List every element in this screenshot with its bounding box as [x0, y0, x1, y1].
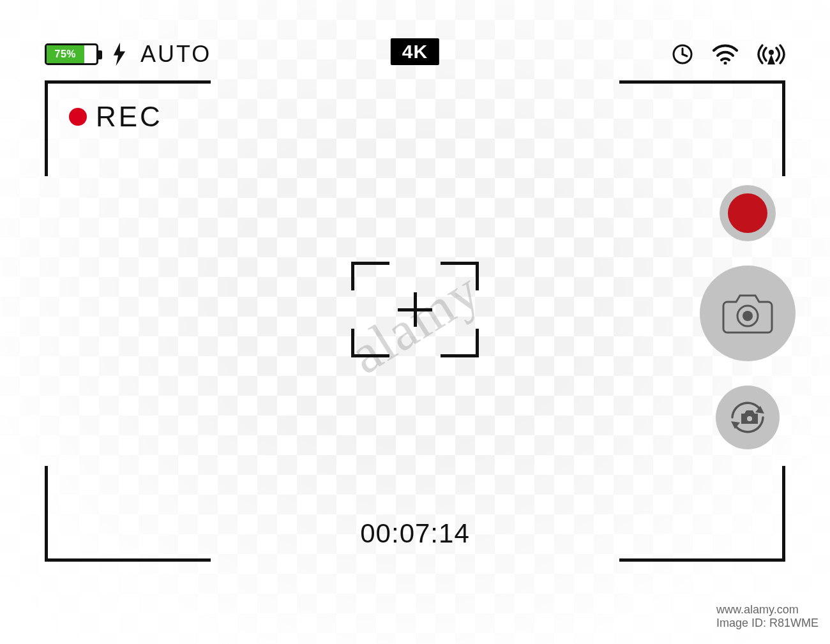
shutter-button[interactable]	[700, 266, 796, 361]
flash-mode-label[interactable]: AUTO	[140, 41, 211, 68]
camera-viewfinder: 75% AUTO 4K	[45, 38, 785, 562]
focus-reticle[interactable]	[351, 262, 479, 357]
svg-point-4	[724, 62, 727, 65]
frame-corner-bl	[45, 466, 211, 562]
record-dot-icon	[728, 193, 767, 233]
recording-label: REC	[96, 101, 163, 133]
svg-point-7	[743, 311, 753, 321]
side-controls	[700, 185, 796, 449]
top-status-bar: 75% AUTO 4K	[45, 38, 785, 70]
resolution-badge[interactable]: 4K	[391, 38, 439, 65]
frame-corner-tr	[619, 80, 785, 176]
record-button[interactable]	[720, 185, 776, 241]
recording-timer: 00:07:14	[360, 518, 470, 549]
svg-point-10	[747, 416, 752, 421]
wifi-icon[interactable]	[713, 44, 738, 64]
svg-marker-0	[114, 43, 125, 66]
timer-icon[interactable]	[672, 43, 693, 65]
flash-icon[interactable]	[112, 41, 126, 67]
broadcast-icon[interactable]	[757, 43, 785, 66]
battery-indicator: 75%	[45, 43, 98, 65]
frame-corner-br	[619, 466, 785, 562]
svg-line-3	[683, 54, 687, 56]
battery-percent-label: 75%	[54, 49, 76, 60]
record-dot-icon	[69, 108, 87, 126]
recording-indicator: REC	[69, 101, 163, 133]
svg-point-5	[769, 50, 774, 55]
switch-camera-button[interactable]	[716, 386, 780, 449]
switch-camera-icon	[725, 394, 771, 440]
camera-icon	[721, 293, 774, 334]
